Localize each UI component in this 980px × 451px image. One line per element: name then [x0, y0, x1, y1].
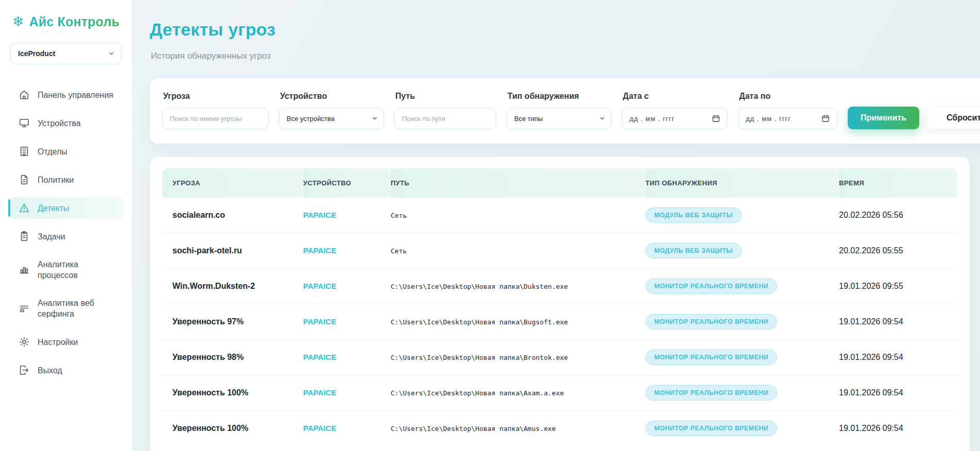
filter-threat-label: Угроза: [163, 92, 269, 101]
sidebar-item-label: Аналитика процессов: [38, 259, 117, 281]
filter-panel: Угроза Устройство Все устройства Путь: [150, 78, 980, 144]
column-header-threat: УГРОЗА: [162, 168, 303, 198]
column-header-path: ПУТЬ: [391, 168, 645, 198]
device-link[interactable]: PAPAICE: [303, 282, 336, 290]
clipboard-icon: [19, 231, 30, 242]
home-icon: [19, 89, 30, 100]
threat-path: C:\Users\Ice\Desktop\Новая папка\Duksten…: [391, 269, 645, 304]
sidebar-item-label: Настройки: [38, 337, 78, 348]
device-link[interactable]: PAPAICE: [303, 353, 336, 361]
table-row: sochi-park-otel.ru PAPAICE Сеть МОДУЛЬ В…: [162, 233, 957, 269]
sidebar-item-detects[interactable]: Детекты: [10, 197, 124, 219]
threat-name: Уверенность 97%: [162, 304, 303, 340]
device-select[interactable]: Все устройства: [279, 108, 384, 129]
filter-date-to: Дата по дд . мм . гггг: [738, 92, 837, 129]
detection-type-badge: МОНИТОР РЕАЛЬНОГО ВРЕМЕНИ: [645, 279, 777, 294]
filter-threat: Угроза: [162, 92, 269, 129]
column-header-device: УСТРОЙСТВО: [303, 168, 391, 198]
threat-path: Сеть: [391, 198, 645, 233]
sidebar-item-logout[interactable]: Выход: [10, 359, 124, 381]
path-search-input[interactable]: [394, 108, 496, 129]
threat-path: C:\Users\Ice\Desktop\Новая папка\Bugsoft…: [391, 304, 645, 340]
sidebar: ❄ Айс Контроль IceProduct Панель управле…: [0, 0, 132, 451]
threat-name: socialearn.co: [162, 198, 303, 233]
date-to-input[interactable]: дд . мм . гггг: [738, 108, 837, 129]
detection-type-badge: МОНИТОР РЕАЛЬНОГО ВРЕМЕНИ: [645, 350, 777, 365]
threat-search-input[interactable]: [162, 108, 269, 129]
sidebar-item-label: Аналитика веб серфинга: [38, 298, 117, 319]
device-select-wrap: Все устройства: [279, 108, 384, 129]
table-row: Уверенность 100% PAPAICE C:\Users\Ice\De…: [162, 411, 957, 446]
device-link[interactable]: PAPAICE: [303, 424, 336, 432]
document-icon: [19, 174, 30, 185]
threat-path: C:\Users\Ice\Desktop\Новая папка\Axam.a.…: [391, 375, 645, 411]
brand-logo: ❄ Айс Контроль: [12, 14, 120, 29]
sidebar-item-tasks[interactable]: Задачи: [10, 226, 124, 247]
filter-date-to-label: Дата по: [739, 92, 837, 101]
table-row: socialearn.co PAPAICE Сеть МОДУЛЬ ВЕБ ЗА…: [162, 198, 957, 233]
filter-device: Устройство Все устройства: [279, 92, 384, 129]
snowflake-icon: ❄: [12, 15, 24, 29]
monitor-icon: [19, 117, 30, 129]
bar-chart-icon: [19, 264, 30, 275]
threats-table-card: УГРОЗА УСТРОЙСТВО ПУТЬ ТИП ОБНАРУЖЕНИЯ В…: [150, 157, 970, 451]
table-row: Win.Worm.Duksten-2 PAPAICE C:\Users\Ice\…: [162, 269, 957, 304]
device-link[interactable]: PAPAICE: [303, 388, 336, 397]
sidebar-item-label: Политики: [38, 175, 74, 185]
threats-table: УГРОЗА УСТРОЙСТВО ПУТЬ ТИП ОБНАРУЖЕНИЯ В…: [162, 168, 957, 446]
calendar-icon[interactable]: [821, 114, 830, 123]
date-to-placeholder: дд . мм . гггг: [746, 115, 791, 123]
threat-path: Сеть: [391, 233, 645, 269]
reset-button[interactable]: Сбросить: [926, 107, 980, 129]
detection-time: 19.01.2026 09:54: [839, 340, 957, 375]
column-header-time: ВРЕМЯ: [839, 168, 957, 198]
sidebar-item-settings[interactable]: Настройки: [10, 331, 124, 353]
sidebar-item-label: Выход: [38, 365, 62, 376]
gear-icon: [19, 336, 30, 348]
sidebar-item-web-analytics[interactable]: Аналитика веб серфинга: [10, 292, 124, 324]
sidebar-item-label: Детекты: [38, 203, 69, 214]
chevron-down-icon: [599, 115, 605, 122]
table-row: Уверенность 97% PAPAICE C:\Users\Ice\Des…: [162, 304, 957, 340]
detection-type-badge: МОДУЛЬ ВЕБ ЗАЩИТЫ: [645, 243, 742, 258]
product-selector[interactable]: IceProduct: [10, 43, 121, 64]
app-root: ❄ Айс Контроль IceProduct Панель управле…: [0, 0, 980, 451]
building-icon: [19, 146, 30, 157]
device-link[interactable]: PAPAICE: [303, 211, 336, 219]
device-link[interactable]: PAPAICE: [303, 246, 336, 255]
product-selector-value: IceProduct: [18, 49, 55, 58]
detection-time: 19.01.2026 09:54: [839, 304, 957, 340]
sidebar-item-devices[interactable]: Устройства: [10, 112, 124, 134]
apply-button[interactable]: Применить: [848, 107, 919, 129]
date-from-input[interactable]: дд . мм . гггг: [622, 108, 728, 129]
detection-type-select[interactable]: Все типы: [506, 108, 611, 129]
filter-detection-type: Тип обнаружения Все типы: [506, 92, 611, 129]
threat-name: Уверенность 100%: [162, 375, 303, 411]
brand-name: Айс Контроль: [29, 14, 120, 29]
table-row: Уверенность 98% PAPAICE C:\Users\Ice\Des…: [162, 340, 957, 375]
sidebar-item-process-analytics[interactable]: Аналитика процессов: [10, 254, 124, 286]
device-link[interactable]: PAPAICE: [303, 317, 336, 326]
calendar-icon[interactable]: [712, 114, 720, 123]
detection-type-badge: МОНИТОР РЕАЛЬНОГО ВРЕМЕНИ: [645, 314, 777, 329]
threat-name: Win.Worm.Duksten-2: [162, 269, 303, 304]
chevron-down-icon: [372, 115, 378, 122]
date-from-placeholder: дд . мм . гггг: [629, 115, 675, 123]
filter-path-label: Путь: [395, 92, 496, 101]
page-title: Детекты угроз: [150, 20, 980, 40]
sidebar-item-label: Отделы: [38, 146, 67, 157]
filter-detection-type-label: Тип обнаружения: [507, 92, 611, 101]
threat-name: Уверенность 98%: [162, 340, 303, 375]
sidebar-menu: Панель управления Устройства Отделы Поли…: [8, 84, 124, 381]
detection-time: 20.02.2026 05:55: [839, 233, 957, 269]
column-header-type: ТИП ОБНАРУЖЕНИЯ: [645, 168, 839, 198]
detection-time: 19.01.2026 09:54: [839, 375, 957, 411]
detection-type-badge: МОДУЛЬ ВЕБ ЗАЩИТЫ: [645, 207, 742, 223]
sidebar-item-departments[interactable]: Отделы: [10, 141, 124, 162]
sidebar-item-label: Устройства: [38, 118, 81, 129]
threat-name: sochi-park-otel.ru: [162, 233, 303, 269]
warning-triangle-icon: [19, 202, 30, 214]
sidebar-item-dashboard[interactable]: Панель управления: [10, 84, 124, 106]
sidebar-item-policies[interactable]: Политики: [10, 169, 124, 190]
page-subtitle: История обнаруженных угроз: [151, 51, 980, 61]
